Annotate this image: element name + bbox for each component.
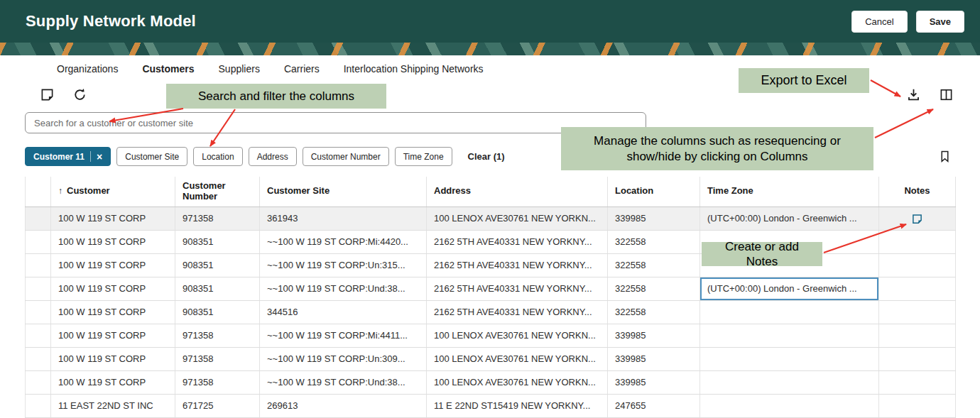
active-filter-chip[interactable]: Customer 11 × [25, 147, 111, 166]
cell-customer-number[interactable]: 971358 [175, 370, 260, 394]
cell-customer-site[interactable]: 269613 [260, 394, 427, 417]
cell-location[interactable]: 322558 [608, 253, 700, 277]
table-row[interactable]: 100 W 119 ST CORP971358361943100 LENOX A… [26, 207, 956, 230]
filter-chip-time-zone[interactable]: Time Zone [395, 147, 452, 166]
column-header-address[interactable]: Address [427, 177, 608, 207]
cell-address[interactable]: 100 LENOX AVE30761 NEW YORKN... [427, 347, 608, 370]
tab-organizations[interactable]: Organizations [57, 63, 118, 75]
cell-location[interactable]: 322558 [608, 277, 700, 300]
annotation-export-excel: Export to Excel [739, 68, 869, 93]
cell-address[interactable]: 100 LENOX AVE30761 NEW YORKN... [427, 207, 608, 230]
cell-customer-number[interactable]: 671725 [175, 394, 260, 417]
cell-address[interactable]: 100 LENOX AVE30761 NEW YORKN... [427, 370, 608, 394]
cell-notes[interactable] [879, 370, 956, 394]
note-icon[interactable] [912, 214, 922, 224]
cell-customer[interactable]: 100 W 119 ST CORP [51, 347, 175, 370]
cell-customer[interactable]: 100 W 119 ST CORP [51, 207, 175, 230]
cell-address[interactable]: 11 E 22ND ST15419 NEW YORKNY... [427, 394, 608, 417]
cell-customer-number[interactable]: 908351 [175, 277, 260, 300]
filter-chip-location[interactable]: Location [193, 147, 242, 166]
cell-customer[interactable]: 100 W 119 ST CORP [51, 324, 175, 347]
cell-notes[interactable] [879, 253, 956, 277]
cell-notes[interactable] [879, 230, 956, 253]
cell-notes[interactable] [879, 394, 956, 417]
cell-notes[interactable] [879, 207, 956, 230]
cell-location[interactable]: 247655 [608, 394, 700, 417]
cell-customer-number[interactable]: 908351 [175, 300, 260, 324]
row-gutter-cell [26, 324, 51, 347]
cell-notes[interactable] [879, 324, 956, 347]
table-row[interactable]: 100 W 119 ST CORP971358~~100 W 119 ST CO… [26, 347, 956, 370]
cell-customer-number[interactable]: 908351 [175, 230, 260, 253]
table-row[interactable]: 100 W 119 ST CORP908351~~100 W 119 ST CO… [26, 277, 956, 300]
cell-location[interactable]: 339985 [608, 324, 700, 347]
cell-customer-site[interactable]: 344516 [260, 300, 427, 324]
cell-customer-site[interactable]: ~~100 W 119 ST CORP:Un:315... [260, 253, 427, 277]
cell-customer[interactable]: 11 EAST 22ND ST INC [51, 394, 175, 417]
cell-customer-site[interactable]: ~~100 W 119 ST CORP:Mi:4420... [260, 230, 427, 253]
cancel-button[interactable]: Cancel [851, 11, 907, 33]
cell-address[interactable]: 2162 5TH AVE40331 NEW YORKNY... [427, 230, 608, 253]
bookmark-icon[interactable] [937, 150, 952, 164]
cell-notes[interactable] [879, 347, 956, 370]
column-header-customer-number[interactable]: Customer Number [175, 177, 260, 207]
cell-customer-number[interactable]: 971358 [175, 347, 260, 370]
cell-customer[interactable]: 100 W 119 ST CORP [51, 370, 175, 394]
cell-location[interactable]: 322558 [608, 300, 700, 324]
filter-chip-customer-number[interactable]: Customer Number [303, 147, 389, 166]
cell-time-zone[interactable] [700, 324, 879, 347]
cell-notes[interactable] [879, 300, 956, 324]
column-header-customer[interactable]: ↑Customer [51, 177, 175, 207]
cell-customer-number[interactable]: 971358 [175, 207, 260, 230]
columns-icon[interactable] [939, 87, 953, 101]
cell-time-zone[interactable] [700, 394, 879, 417]
cell-customer[interactable]: 100 W 119 ST CORP [51, 230, 175, 253]
table-row[interactable]: 11 EAST 22ND ST INC67172526961311 E 22ND… [26, 394, 956, 417]
cell-location[interactable]: 339985 [608, 370, 700, 394]
cell-address[interactable]: 2162 5TH AVE40331 NEW YORKNY... [427, 277, 608, 300]
cell-time-zone[interactable] [700, 300, 879, 324]
column-header-time-zone[interactable]: Time Zone [700, 177, 879, 207]
close-icon[interactable]: × [97, 152, 102, 162]
cell-customer[interactable]: 100 W 119 ST CORP [51, 253, 175, 277]
table-row[interactable]: 100 W 119 ST CORP9083513445162162 5TH AV… [26, 300, 956, 324]
clear-filters-link[interactable]: Clear (1) [468, 151, 505, 162]
cell-customer[interactable]: 100 W 119 ST CORP [51, 277, 175, 300]
tab-interlocation-shipping-networks[interactable]: Interlocation Shipping Networks [344, 63, 484, 75]
cell-customer-site[interactable]: ~~100 W 119 ST CORP:Mi:4411... [260, 324, 427, 347]
save-button[interactable]: Save [916, 11, 964, 33]
cell-customer[interactable]: 100 W 119 ST CORP [51, 300, 175, 324]
column-header-customer-site[interactable]: Customer Site [260, 177, 427, 207]
cell-time-zone[interactable]: (UTC+00:00) London - Greenwich ... [700, 207, 879, 230]
cell-address[interactable]: 2162 5TH AVE40331 NEW YORKNY... [427, 253, 608, 277]
cell-location[interactable]: 339985 [608, 347, 700, 370]
note-icon[interactable] [40, 87, 54, 101]
tab-customers[interactable]: Customers [142, 63, 194, 75]
cell-time-zone[interactable] [700, 347, 879, 370]
cell-address[interactable]: 100 LENOX AVE30761 NEW YORKN... [427, 324, 608, 347]
column-header-notes[interactable]: Notes [879, 177, 956, 207]
cell-location[interactable]: 339985 [608, 207, 700, 230]
cell-time-zone[interactable] [700, 370, 879, 394]
refresh-icon[interactable] [72, 87, 87, 101]
cell-customer-site[interactable]: ~~100 W 119 ST CORP:Und:38... [260, 370, 427, 394]
cell-customer-number[interactable]: 908351 [175, 253, 260, 277]
download-icon[interactable] [906, 87, 920, 101]
cell-time-zone[interactable]: (UTC+00:00) London - Greenwich ... [700, 277, 879, 300]
cell-location[interactable]: 322558 [608, 230, 700, 253]
cell-customer-number[interactable]: 971358 [175, 324, 260, 347]
filter-chip-customer-site[interactable]: Customer Site [116, 147, 187, 166]
cell-notes[interactable] [879, 277, 956, 300]
column-header-location[interactable]: Location [608, 177, 700, 207]
search-input[interactable] [25, 112, 646, 133]
cell-address[interactable]: 2162 5TH AVE40331 NEW YORKNY... [427, 300, 608, 324]
filter-chip-address[interactable]: Address [249, 147, 297, 166]
table-row[interactable]: 100 W 119 ST CORP971358~~100 W 119 ST CO… [26, 370, 956, 394]
table-row[interactable]: 100 W 119 ST CORP971358~~100 W 119 ST CO… [26, 324, 956, 347]
tab-carriers[interactable]: Carriers [284, 63, 320, 75]
cell-customer-site[interactable]: ~~100 W 119 ST CORP:Und:38... [260, 277, 427, 300]
toolbar-right [906, 87, 953, 101]
tab-suppliers[interactable]: Suppliers [219, 63, 260, 75]
cell-customer-site[interactable]: 361943 [260, 207, 427, 230]
cell-customer-site[interactable]: ~~100 W 119 ST CORP:Un:309... [260, 347, 427, 370]
